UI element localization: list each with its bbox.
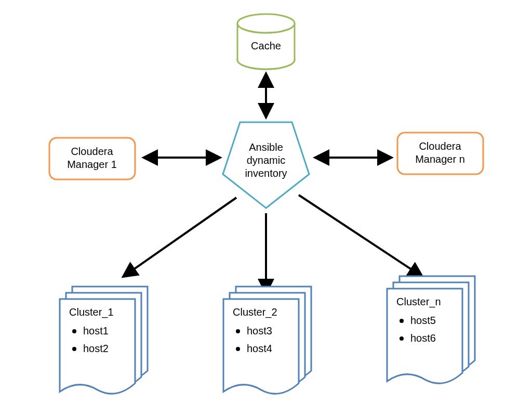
cluster-host: host5 [410, 315, 436, 326]
manager-left-line2: Manager 1 [67, 159, 117, 170]
bullet-icon [400, 336, 404, 341]
svg-point-1 [237, 14, 295, 33]
ansible-inventory-node: Ansible dynamic inventory [223, 122, 309, 208]
cluster-host: host1 [83, 325, 109, 336]
bullet-icon [236, 329, 240, 333]
cluster-2: Cluster_2host3host4 [223, 287, 311, 394]
cloudera-manager-1: Cloudera Manager 1 [49, 138, 135, 179]
cluster-host: host2 [83, 343, 109, 354]
bullet-icon [72, 347, 76, 351]
center-line2: dynamic [247, 154, 285, 166]
cluster-host: host3 [247, 325, 272, 336]
bullet-icon [72, 329, 76, 333]
cluster-title: Cluster_1 [69, 306, 114, 318]
arrow-cluster-n [299, 195, 421, 276]
manager-right-line2: Manager n [415, 153, 465, 165]
center-line3: inventory [245, 167, 287, 179]
cluster-title: Cluster_n [396, 296, 441, 308]
cluster-host: host6 [410, 332, 436, 344]
manager-right-line1: Cloudera [419, 140, 461, 152]
cloudera-manager-n: Cloudera Manager n [397, 133, 483, 174]
cluster-host: host4 [247, 343, 272, 354]
cluster-title: Cluster_2 [233, 306, 277, 318]
cache-node: Cache [237, 14, 295, 69]
cluster-1: Cluster_1host1host2 [60, 287, 148, 394]
bullet-icon [236, 347, 240, 351]
cluster-n: Cluster_nhost5host6 [387, 276, 475, 383]
manager-left-line1: Cloudera [71, 146, 113, 157]
bullet-icon [400, 319, 404, 323]
center-line1: Ansible [249, 141, 283, 153]
architecture-diagram: Cache Ansible dynamic inventory Cloudera… [0, 0, 532, 415]
arrow-cluster-1 [125, 198, 236, 276]
cache-label: Cache [251, 40, 281, 51]
